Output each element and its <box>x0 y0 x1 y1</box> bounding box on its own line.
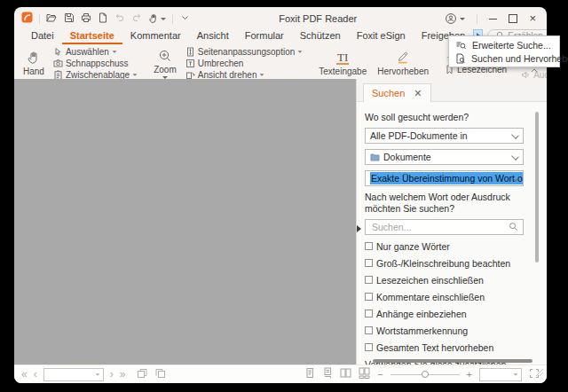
divider <box>172 14 173 24</box>
resize-grip[interactable] <box>534 365 544 380</box>
panel-tab-label: Suchen <box>372 88 405 98</box>
open-file-icon[interactable] <box>46 11 58 27</box>
panel-tab-close-icon[interactable]: ✕ <box>414 90 422 98</box>
search-input-wrap <box>365 219 524 235</box>
checkbox[interactable] <box>365 259 373 267</box>
menu-item-advanced-search[interactable]: Erweiterte Suche... <box>449 38 559 51</box>
reflow-button[interactable]: Umbrechen <box>185 59 304 68</box>
save-icon[interactable] <box>64 11 75 27</box>
option-highlight-all[interactable]: Gesamten Text hervorheben <box>365 342 524 353</box>
zoom-in-icon[interactable]: + <box>467 369 472 380</box>
panel-tab-suchen[interactable]: Suchen ✕ <box>363 83 431 102</box>
option-label: Kommentare einschließen <box>376 292 485 302</box>
menu-item-label: Suchen und Hervorheben <box>471 53 568 64</box>
continuous-view-icon[interactable] <box>322 366 333 382</box>
tab-ansicht[interactable]: Ansicht <box>189 28 237 44</box>
option-include-comments[interactable]: Kommentare einschließen <box>365 292 524 302</box>
zoom-slider-knob[interactable] <box>422 371 429 378</box>
tab-schuetzen[interactable]: Schützen <box>292 28 349 44</box>
dropdown-caret <box>460 18 465 20</box>
document-area[interactable] <box>14 79 356 365</box>
typewriter-button[interactable]: TI Texteingabe <box>313 45 372 82</box>
zoom-level-input[interactable] <box>479 368 522 381</box>
checkbox[interactable] <box>365 310 373 318</box>
checkbox[interactable] <box>365 293 373 301</box>
search-document-icon <box>455 53 466 64</box>
reflow-label: Umbrechen <box>198 59 244 68</box>
hand-button[interactable]: Hand <box>18 45 50 82</box>
folder-combobox[interactable]: Dokumente <box>365 149 524 165</box>
previous-page-icon[interactable]: ‹ <box>34 369 37 380</box>
folder-icon <box>370 153 380 161</box>
previous-view-icon[interactable] <box>137 368 148 381</box>
print-icon[interactable] <box>81 11 91 27</box>
match-combobox[interactable]: Exakte Übereinstimmung von Wort oder Sat… <box>365 170 524 186</box>
dropdown-caret <box>161 18 166 20</box>
title-bar: Foxit PDF Reader × <box>14 7 547 27</box>
status-bar: « ‹ › » − <box>14 365 547 383</box>
option-include-bookmarks[interactable]: Lesezeichen einschließen <box>365 275 524 286</box>
minimize-button[interactable] <box>489 19 497 20</box>
page-view-group: Seitenanpassungsoption Umbrechen Ansicht… <box>182 45 307 82</box>
hand-icon <box>27 51 41 65</box>
checkbox[interactable] <box>365 326 373 334</box>
search-panel: Suchen ✕ Wo soll gesucht werden? Alle PD… <box>356 79 547 365</box>
option-label: Gesamten Text hervorheben <box>376 342 493 353</box>
undo-icon[interactable] <box>114 11 125 27</box>
tab-kommentar[interactable]: Kommentar <box>122 28 189 44</box>
next-page-icon[interactable]: › <box>110 369 114 380</box>
option-stemming[interactable]: Wortstammerkennung <box>365 325 524 336</box>
facing-continuous-view-icon[interactable] <box>359 366 370 382</box>
hand-label: Hand <box>23 67 44 76</box>
zoom-button[interactable]: Zoom <box>148 45 182 82</box>
single-page-view-icon[interactable] <box>304 366 315 382</box>
option-include-attachments[interactable]: Anhänge einbeziehen <box>365 309 524 319</box>
match-combobox-value: Exakte Übereinstimmung von Wort oder Sat… <box>370 172 524 184</box>
redo-icon[interactable] <box>131 11 142 27</box>
document-icon[interactable] <box>98 11 108 27</box>
search-input[interactable] <box>370 221 509 233</box>
facing-view-icon[interactable] <box>340 366 351 382</box>
where-label: Wo soll gesucht werden? <box>365 112 524 124</box>
tab-foxit-esign[interactable]: Foxit eSign <box>349 28 414 44</box>
scope-combobox[interactable]: Alle PDF-Dokumente in <box>365 128 524 144</box>
checkbox[interactable] <box>365 242 373 250</box>
vertical-scrollbar[interactable] <box>535 112 539 263</box>
first-page-icon[interactable]: « <box>21 369 28 380</box>
close-button[interactable]: × <box>529 14 536 23</box>
option-whole-words[interactable]: Nur ganze Wörter <box>365 241 524 252</box>
window-title: Foxit PDF Reader <box>191 13 445 24</box>
zoom-out-icon[interactable]: − <box>377 369 383 380</box>
foxit-logo[interactable] <box>21 11 33 27</box>
page-number-input[interactable] <box>43 368 104 381</box>
account-icon[interactable] <box>445 12 465 25</box>
select-button[interactable]: Auswählen <box>53 47 138 57</box>
tab-startseite[interactable]: Startseite <box>62 28 122 44</box>
menu-item-search-and-highlight[interactable]: Suchen und Hervorheben <box>449 51 559 65</box>
tab-datei[interactable]: Datei <box>23 28 62 44</box>
page-fit-icon <box>185 47 195 57</box>
snapshot-label: Schnappschuss <box>66 59 129 68</box>
select-group: Auswählen Schnappschuss Zwischenablage <box>50 45 141 82</box>
select-label: Auswählen <box>66 47 109 57</box>
panel-collapse-arrow-icon[interactable] <box>357 225 361 232</box>
checkbox[interactable] <box>365 276 373 284</box>
tab-formular[interactable]: Formular <box>237 28 292 44</box>
hand-tool-icon[interactable] <box>148 13 166 24</box>
typewriter-label: Texteingabe <box>319 67 367 76</box>
page-fit-button[interactable]: Seitenanpassungsoption <box>185 47 304 57</box>
highlight-label: Hervorheben <box>377 67 429 76</box>
next-view-icon[interactable] <box>154 368 166 381</box>
option-case-sensitive[interactable]: Groß-/Kleinschreibung beachten <box>365 258 524 269</box>
caption-controls: × <box>445 12 536 25</box>
maximize-button[interactable] <box>509 14 517 23</box>
snapshot-button[interactable]: Schnappschuss <box>53 59 138 68</box>
checkbox[interactable] <box>365 343 373 351</box>
customize-toolbar-icon[interactable] <box>179 11 191 27</box>
horizontal-scrollbar[interactable] <box>373 359 532 363</box>
highlight-button[interactable]: Hervorheben <box>372 45 434 82</box>
dropdown-caret <box>298 51 303 52</box>
page-fit-label: Seitenanpassungsoption <box>198 47 296 57</box>
last-page-icon[interactable]: » <box>120 369 126 380</box>
zoom-slider[interactable] <box>390 374 460 375</box>
